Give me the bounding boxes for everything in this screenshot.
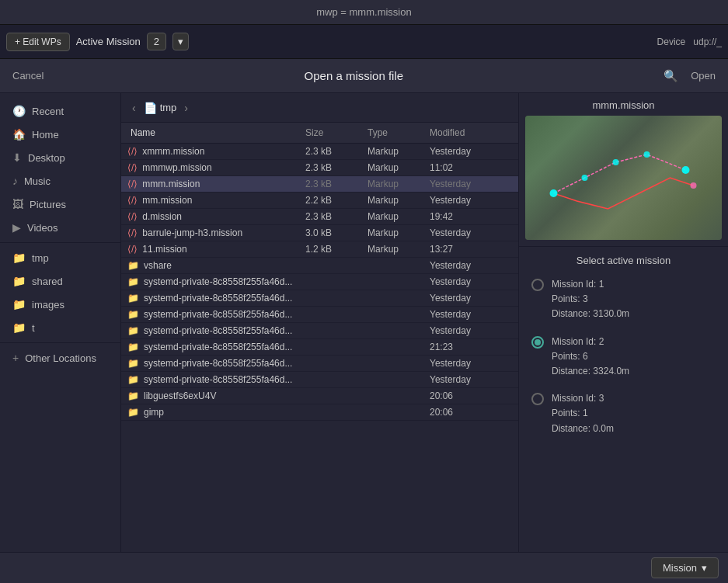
mission-option-1[interactable]: Mission Id: 1 Points: 3 Distance: 3130.0… [519,271,728,328]
file-row[interactable]: ⟨/⟩ mmm.mission 2.3 kB Markup Yesterday [121,176,518,193]
sidebar-item-home[interactable]: 🏠 Home [0,123,120,146]
sidebar-label-shared: shared [32,276,63,287]
nav-forward-button[interactable]: › [179,99,193,116]
sidebar-item-shared[interactable]: 📁 shared [0,269,120,293]
device-label: Device udp://_ [657,36,722,47]
nav-back-button[interactable]: ‹ [127,99,141,116]
file-name-cell: 📁 systemd-private-8c8558f255fa46d... [127,293,302,304]
preview-section: mmm.mission [519,93,728,247]
file-name: vshare [144,260,172,271]
sidebar-label-pictures: Pictures [30,199,66,210]
sidebar-item-pictures[interactable]: 🖼 Pictures [0,193,120,216]
file-size: 3.0 kB [302,227,364,238]
file-list-header: Name Size Type Modified [121,123,518,144]
sidebar-item-videos[interactable]: ▶ Videos [0,216,120,239]
file-name: barrule-jump-h3.mission [142,227,242,238]
sidebar-item-recent[interactable]: 🕐 Recent [0,99,120,123]
file-name-cell: 📁 systemd-private-8c8558f255fa46d... [127,276,302,287]
mission-footer-label: Mission [663,562,697,574]
file-name-cell: ⟨/⟩ d.mission [127,211,302,222]
file-row[interactable]: 📁 systemd-private-8c8558f255fa46d... Yes… [121,274,518,290]
mission-radio-1[interactable] [531,279,544,291]
mission-radio-3[interactable] [531,393,544,405]
sidebar-item-images[interactable]: 📁 images [0,293,120,316]
folder-icon-images: 📁 [12,298,26,311]
mission-footer-button[interactable]: Mission ▾ [651,557,719,578]
sidebar-item-t[interactable]: 📁 t [0,316,120,339]
preview-title: mmm.mission [525,99,722,111]
plus-icon: + [12,352,19,364]
mission-info-1: Mission Id: 1 Points: 3 Distance: 3130.0… [552,277,629,322]
file-name-cell: ⟨/⟩ mm.mission [127,195,302,206]
file-modified: Yesterday [427,325,512,336]
file-row[interactable]: 📁 systemd-private-8c8558f255fa46d... Yes… [121,290,518,307]
col-header-size[interactable]: Size [302,126,364,140]
file-row[interactable]: 📁 systemd-private-8c8558f255fa46d... Yes… [121,323,518,339]
mission-number: 2 [147,33,166,50]
file-name-cell: ⟨/⟩ 11.mission [127,244,302,255]
folder-icon: 📁 [127,342,139,352]
file-type: Markup [364,195,427,206]
file-row[interactable]: 📁 systemd-private-8c8558f255fa46d... Yes… [121,307,518,323]
sidebar-label-images: images [32,299,64,311]
file-row[interactable]: ⟨/⟩ mm.mission 2.2 kB Markup Yesterday [121,193,518,209]
mission-option-2[interactable]: Mission Id: 2 Points: 6 Distance: 3324.0… [519,328,728,386]
file-modified: 21:23 [427,342,512,352]
file-name: mmm.mission [142,179,200,189]
sidebar-label-tmp: tmp [32,252,49,264]
file-row[interactable]: 📁 systemd-private-8c8558f255fa46d... 21:… [121,339,518,356]
file-row[interactable]: ⟨/⟩ barrule-jump-h3.mission 3.0 kB Marku… [121,225,518,241]
file-name-cell: 📁 vshare [127,260,302,271]
footer-dropdown-arrow: ▾ [702,562,707,574]
file-row[interactable]: ⟨/⟩ 11.mission 1.2 kB Markup 13:27 [121,241,518,258]
sidebar-item-tmp[interactable]: 📁 tmp [0,246,120,269]
edit-wps-button[interactable]: + Edit WPs [6,33,70,51]
sidebar-item-desktop[interactable]: ⬇ Desktop [0,146,120,169]
cancel-button[interactable]: Cancel [12,70,44,82]
search-icon[interactable]: 🔍 [664,69,678,83]
file-modified: Yesterday [427,358,512,369]
folder-icon: 📁 [127,407,139,418]
mission-radio-2[interactable] [531,336,544,349]
mission-dropdown-arrow[interactable]: ▾ [172,33,189,50]
file-name-cell: 📁 gimp [127,407,302,418]
folder-icon: 📁 [127,293,139,304]
file-row[interactable]: 📁 gimp 20:06 [121,404,518,421]
sidebar-item-music[interactable]: ♪ Music [0,169,120,193]
desktop-icon: ⬇ [12,151,22,164]
home-icon: 🏠 [12,128,26,141]
sidebar-label-recent: Recent [32,106,64,117]
file-row[interactable]: ⟨/⟩ mmmwp.mission 2.3 kB Markup 11:02 [121,160,518,176]
file-name: mm.mission [142,195,192,206]
folder-icon-tmp: 📁 [12,252,26,264]
open-button[interactable]: Open [691,70,716,82]
svg-point-3 [644,151,650,158]
title-bar: mwp = mmm.mission [0,0,728,25]
open-file-dialog: Cancel Open a mission file 🔍 Open 🕐 Rece… [0,59,728,583]
col-header-modified[interactable]: Modified [427,126,512,140]
mission-file-icon: ⟨/⟩ [127,211,138,222]
mission-option-3[interactable]: Mission Id: 3 Points: 1 Distance: 0.0m [519,385,728,442]
file-row[interactable]: ⟨/⟩ xmmm.mission 2.3 kB Markup Yesterday [121,144,518,160]
folder-icon: 📁 [127,325,139,336]
file-row[interactable]: 📁 vshare Yesterday [121,258,518,274]
file-row[interactable]: 📁 libguestfs6exU4V 20:06 [121,388,518,404]
file-row[interactable]: 📁 systemd-private-8c8558f255fa46d... Yes… [121,356,518,372]
file-row[interactable]: 📁 systemd-private-8c8558f255fa46d... Yes… [121,372,518,388]
col-header-name[interactable]: Name [127,126,302,140]
mission-info-2: Mission Id: 2 Points: 6 Distance: 3324.0… [552,335,629,380]
sidebar-label-t: t [32,322,35,334]
file-modified: Yesterday [427,260,512,271]
other-locations-button[interactable]: + Other Locations [0,346,120,370]
file-row[interactable]: ⟨/⟩ d.mission 2.3 kB Markup 19:42 [121,209,518,225]
file-modified: 20:06 [427,407,512,418]
col-header-type[interactable]: Type [364,126,427,140]
mission-selector-title: Select active mission [519,247,728,271]
mission-file-icon: ⟨/⟩ [127,244,138,255]
file-modified: Yesterday [427,227,512,238]
sidebar-divider-2 [0,342,120,343]
file-list: ⟨/⟩ xmmm.mission 2.3 kB Markup Yesterday… [121,144,518,552]
file-name: systemd-private-8c8558f255fa46d... [144,325,292,336]
folder-icon: 📁 [127,390,139,401]
other-locations-label: Other Locations [25,352,96,364]
